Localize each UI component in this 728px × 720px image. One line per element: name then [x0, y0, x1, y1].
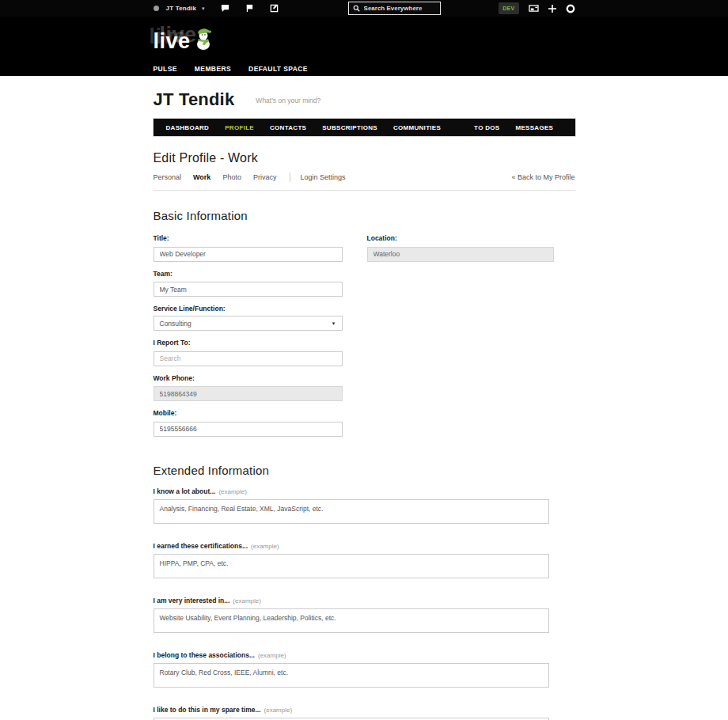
service-line-label: Service Line/Function:: [154, 305, 343, 313]
extended-information-heading: Extended Information: [154, 464, 575, 477]
example-hint: (example): [218, 488, 247, 495]
status-prompt[interactable]: What's on your mind?: [256, 97, 320, 104]
report-to-search-field[interactable]: [154, 351, 343, 366]
tab-work[interactable]: Work: [193, 173, 210, 181]
service-line-select[interactable]: Consulting ▼: [154, 316, 343, 331]
site-nav: PULSE MEMBERS DEFAULT SPACE: [154, 65, 575, 73]
snowman-icon: [194, 27, 214, 54]
search-input[interactable]: [364, 5, 436, 12]
mobile-label: Mobile:: [154, 409, 343, 417]
associations-textarea[interactable]: Rotary Club, Red Cross, IEEE, Alumni, et…: [154, 663, 549, 688]
example-hint: (example): [233, 597, 261, 604]
service-line-selected-value: Consulting: [160, 320, 191, 328]
chevron-down-icon: ▾: [202, 6, 205, 12]
work-phone-field: [154, 386, 343, 401]
certifications-textarea[interactable]: HIPPA, PMP, CPA, etc.: [154, 554, 549, 578]
page-title: Edit Profile - Work: [154, 151, 575, 165]
profile-nav-dashboard[interactable]: DASHBOARD: [158, 124, 218, 131]
basic-information-heading: Basic Information: [154, 209, 575, 222]
interested-in-label: I am very interested in...: [154, 597, 230, 604]
team-field[interactable]: [154, 282, 343, 297]
team-label: Team:: [154, 270, 343, 278]
dev-environment-badge: DEV: [499, 2, 518, 14]
storage-icon[interactable]: [529, 4, 539, 13]
chat-bubble-icon[interactable]: [221, 4, 229, 13]
profile-nav-communities[interactable]: COMMUNITIES: [385, 124, 449, 131]
profile-nav-messages[interactable]: MESSAGES: [507, 124, 561, 131]
site-nav-members[interactable]: MEMBERS: [195, 65, 231, 73]
example-hint: (example): [258, 652, 286, 659]
select-caret-icon: ▼: [332, 321, 336, 326]
search-box[interactable]: [348, 2, 441, 15]
report-to-label: I Report To:: [154, 339, 343, 347]
tab-photo[interactable]: Photo: [222, 173, 241, 181]
tab-privacy[interactable]: Privacy: [253, 173, 277, 181]
title-field[interactable]: [154, 247, 343, 262]
site-nav-pulse[interactable]: PULSE: [154, 65, 177, 73]
spare-time-textarea[interactable]: Golf, Traveling, Cars, Reading, Video Ga…: [154, 718, 549, 720]
location-label: Location:: [367, 234, 554, 242]
associations-label: I belong to these associations...: [154, 651, 255, 659]
back-to-profile-link[interactable]: « Back to My Profile: [511, 173, 574, 181]
add-icon[interactable]: [548, 5, 556, 13]
certifications-label: I earned these certifications...: [154, 542, 248, 550]
avatar[interactable]: [154, 6, 159, 11]
example-hint: (example): [251, 543, 279, 550]
tasks-icon[interactable]: [270, 4, 279, 13]
example-hint: (example): [264, 707, 293, 714]
know-a-lot-label: I know a lot about...: [154, 487, 216, 495]
mobile-field[interactable]: [154, 422, 343, 437]
top-utility-bar: JT Tendik ▾ DEV: [0, 0, 728, 17]
tab-divider: [290, 172, 290, 182]
title-label: Title:: [154, 234, 343, 242]
location-field: [367, 247, 554, 262]
logo-text: live: [154, 31, 191, 52]
search-icon: [353, 5, 360, 12]
know-a-lot-textarea[interactable]: Analysis, Financing, Real Estate, XML, J…: [154, 499, 549, 524]
profile-nav-contacts[interactable]: CONTACTS: [262, 124, 314, 131]
gear-icon[interactable]: [566, 4, 575, 13]
profile-nav-todos[interactable]: TO DOS: [466, 124, 507, 131]
site-nav-default-space[interactable]: DEFAULT SPACE: [248, 65, 308, 73]
flag-icon[interactable]: [245, 4, 254, 13]
profile-nav: DASHBOARD PROFILE CONTACTS SUBSCRIPTIONS…: [154, 119, 575, 136]
user-menu[interactable]: JT Tendik: [166, 5, 197, 12]
profile-nav-profile[interactable]: PROFILE: [217, 124, 262, 131]
main-content: JT Tendik What's on your mind? DASHBOARD…: [154, 89, 575, 720]
profile-nav-subscriptions[interactable]: SUBSCRIPTIONS: [314, 124, 385, 131]
interested-in-textarea[interactable]: Website Usability, Event Planning, Leade…: [154, 608, 549, 633]
site-logo[interactable]: live: [154, 22, 575, 52]
tab-personal[interactable]: Personal: [154, 173, 182, 181]
edit-tabs: Personal Work Photo Privacy Login Settin…: [154, 172, 575, 191]
spare-time-label: I like to do this in my spare time...: [154, 706, 261, 714]
work-phone-label: Work Phone:: [154, 374, 343, 382]
profile-name-heading: JT Tendik: [154, 89, 235, 110]
tab-login-settings[interactable]: Login Settings: [300, 173, 345, 181]
site-header: live PULSE MEMBERS DEFAULT SPACE: [0, 17, 728, 76]
